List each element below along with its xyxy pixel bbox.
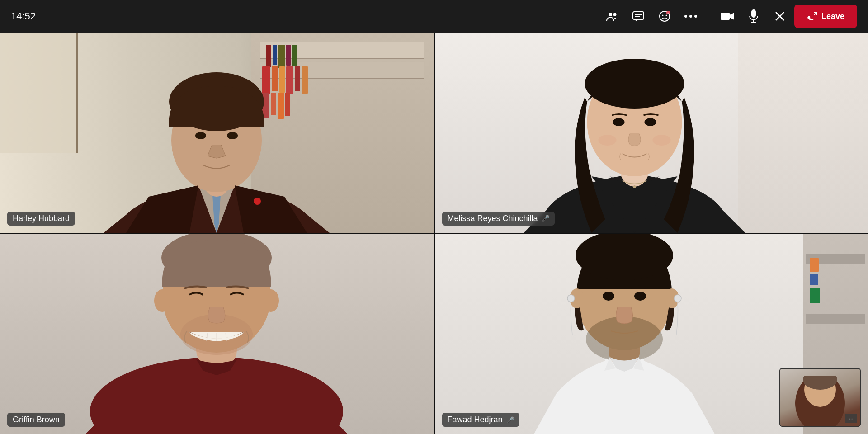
svg-rect-13 [721, 13, 730, 20]
svg-point-23 [195, 132, 206, 139]
more-icon [684, 15, 697, 18]
pip-more-badge[interactable]: ··· [845, 414, 857, 423]
svg-point-32 [598, 135, 616, 146]
svg-text:+: + [667, 12, 669, 14]
svg-point-7 [665, 15, 667, 16]
svg-point-10 [684, 15, 687, 18]
mic-icon [749, 9, 759, 23]
video-cell-melissa: Melissa Reyes Chinchilla 🎤 [435, 33, 868, 233]
chat-icon [632, 10, 645, 23]
avatar-griffin [40, 234, 393, 434]
svg-point-24 [227, 132, 238, 139]
video-cell-griffin: Griffin Brown [0, 234, 434, 434]
avatar-melissa [465, 43, 804, 233]
video-grid: Harley Hubbard [0, 33, 868, 434]
close-cam-button[interactable] [768, 5, 792, 28]
participants-icon [606, 10, 618, 23]
svg-point-43 [263, 289, 279, 312]
video-cell-fawad: Fawad Hedjran 🎤 ··· ··· [435, 234, 868, 434]
svg-point-42 [154, 289, 170, 312]
svg-point-0 [609, 13, 612, 16]
svg-point-11 [689, 15, 692, 18]
leave-button[interactable]: Leave [794, 5, 857, 28]
svg-point-1 [613, 13, 616, 16]
name-badge-fawad: Fawad Hedjran 🎤 [442, 413, 519, 427]
melissa-mic-icon: 🎤 [542, 215, 549, 222]
svg-point-33 [652, 135, 670, 146]
mic-button[interactable] [742, 5, 765, 28]
clock: 14:52 [11, 10, 36, 22]
toolbar-controls: + [600, 5, 857, 28]
pip-self-view: ··· [779, 368, 861, 427]
svg-point-30 [613, 118, 624, 126]
svg-rect-14 [751, 9, 756, 18]
svg-point-53 [674, 295, 681, 302]
video-cell-harley: Harley Hubbard [0, 33, 434, 233]
phone-icon [807, 12, 817, 20]
avatar-fawad [489, 234, 760, 434]
name-badge-melissa: Melissa Reyes Chinchilla 🎤 [442, 212, 555, 226]
svg-point-51 [567, 295, 575, 302]
svg-point-12 [694, 15, 697, 18]
close-icon [774, 11, 785, 22]
svg-point-49 [634, 292, 646, 301]
video-button[interactable] [716, 5, 739, 28]
svg-point-48 [603, 292, 614, 301]
svg-point-27 [633, 185, 636, 188]
svg-rect-2 [633, 12, 644, 19]
top-bar: 14:52 [0, 0, 868, 33]
chat-button[interactable] [627, 5, 650, 28]
leave-label: Leave [821, 12, 844, 21]
reactions-button[interactable]: + [653, 5, 676, 28]
reactions-icon: + [658, 10, 671, 23]
svg-point-31 [644, 118, 656, 126]
participants-button[interactable] [600, 5, 624, 28]
name-badge-griffin: Griffin Brown [7, 413, 65, 427]
svg-point-6 [662, 15, 663, 16]
avatar-harley [58, 57, 375, 233]
fawad-mic-icon: 🎤 [506, 416, 514, 424]
more-button[interactable] [679, 5, 703, 28]
name-badge-harley: Harley Hubbard [7, 212, 75, 226]
toolbar-separator [709, 8, 709, 24]
svg-point-25 [254, 198, 261, 205]
svg-point-29 [585, 59, 684, 108]
video-icon [721, 11, 734, 21]
